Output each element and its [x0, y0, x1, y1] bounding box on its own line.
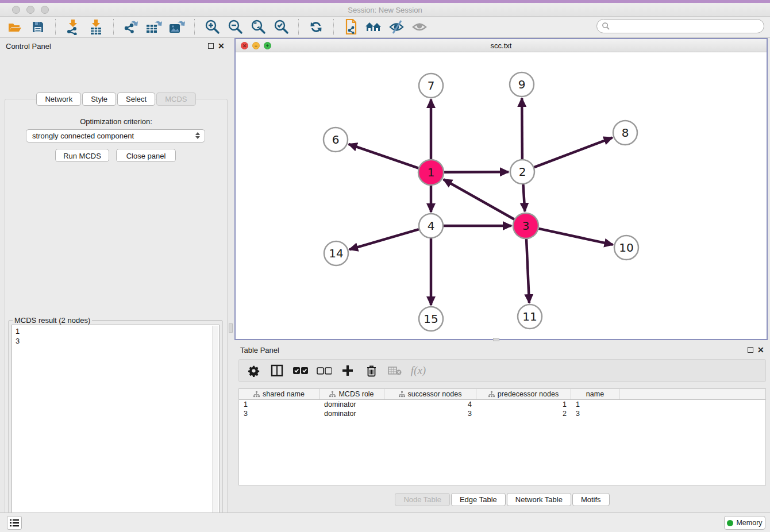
- memory-button[interactable]: Memory: [724, 516, 765, 530]
- graph-edge-1-2[interactable]: [444, 172, 509, 172]
- float-panel-icon[interactable]: [208, 43, 214, 49]
- eye-disabled-button[interactable]: [409, 18, 432, 36]
- duplicate-network-button[interactable]: [340, 18, 363, 36]
- duplicate-network-icon: [344, 18, 359, 36]
- add-column-button[interactable]: [340, 363, 355, 378]
- criterion-dropdown[interactable]: strongly connected component: [26, 129, 205, 142]
- network-title: scc.txt: [236, 41, 767, 50]
- import-table-button[interactable]: [84, 18, 107, 36]
- vertical-splitter-grip[interactable]: [229, 323, 233, 333]
- zoom-out-icon: [227, 19, 243, 35]
- task-history-button[interactable]: [7, 516, 22, 530]
- tab-style[interactable]: Style: [82, 92, 116, 106]
- graph-node-label-14: 14: [329, 246, 343, 260]
- tab-network-table[interactable]: Network Table: [507, 493, 571, 506]
- dropdown-stepper-icon: [195, 132, 200, 139]
- toolbar-separator: [194, 19, 195, 35]
- graph-node-label-9: 9: [518, 78, 526, 91]
- mcds-result-list[interactable]: 1 3: [11, 325, 220, 532]
- refresh-button[interactable]: [305, 18, 328, 36]
- hide-panels-button[interactable]: [386, 18, 409, 36]
- network-window-titlebar[interactable]: ✕ − + scc.txt: [236, 39, 767, 52]
- export-table-button[interactable]: [143, 18, 165, 36]
- cell-mcds-role[interactable]: dominator: [319, 400, 384, 409]
- run-mcds-button[interactable]: Run MCDS: [55, 149, 109, 162]
- memory-status-icon: [727, 520, 733, 526]
- column-header-predecessor-nodes[interactable]: predecessor nodes: [476, 389, 571, 399]
- graph-node-label-2: 2: [519, 165, 526, 179]
- eye-disabled-icon: [411, 20, 429, 34]
- zoom-selected-icon: [273, 19, 289, 35]
- graph-edge-2-8[interactable]: [534, 138, 613, 168]
- close-panel-icon[interactable]: ✕: [218, 41, 225, 51]
- network-view-window: ✕ − + scc.txt 7968124314101511: [234, 38, 768, 340]
- tab-mcds[interactable]: MCDS: [156, 92, 195, 106]
- tab-edge-table[interactable]: Edge Table: [451, 493, 506, 506]
- graph-node-label-7: 7: [428, 79, 435, 92]
- delete-column-button[interactable]: [364, 363, 379, 378]
- search-icon: [602, 22, 610, 30]
- hierarchy-icon: [488, 391, 495, 398]
- zoom-out-button[interactable]: [224, 18, 247, 36]
- table-row[interactable]: 3 dominator 3 2 3: [239, 409, 765, 418]
- graph-edge-3-11[interactable]: [526, 239, 529, 303]
- open-session-button[interactable]: [3, 18, 26, 36]
- zoom-fit-button[interactable]: [247, 18, 270, 36]
- control-panel-header: Control Panel ✕: [0, 38, 232, 54]
- graph-edge-2-3[interactable]: [523, 184, 525, 211]
- criterion-value: strongly connected component: [32, 132, 134, 140]
- select-all-button[interactable]: [293, 363, 308, 378]
- search-input[interactable]: [596, 19, 764, 33]
- zoom-selected-button[interactable]: [270, 18, 292, 36]
- graph-edge-3-1[interactable]: [444, 179, 514, 219]
- export-image-button[interactable]: [165, 18, 188, 36]
- close-panel-button[interactable]: Close panel: [116, 149, 176, 162]
- cell-shared-name[interactable]: 1: [239, 400, 319, 409]
- cell-predecessor-nodes[interactable]: 1: [476, 400, 571, 409]
- graph-edge-2-9[interactable]: [522, 98, 522, 159]
- table-panel-title: Table Panel: [240, 346, 279, 354]
- cell-name[interactable]: 1: [571, 400, 619, 409]
- save-session-button[interactable]: [26, 18, 49, 36]
- function-builder-button[interactable]: f(x): [411, 363, 426, 378]
- checked-boxes-icon: [293, 367, 308, 375]
- close-table-panel-icon[interactable]: ✕: [757, 345, 764, 354]
- home-layout-button[interactable]: [363, 18, 386, 36]
- toolbar-separator: [55, 19, 56, 35]
- graph-edge-3-10[interactable]: [538, 229, 613, 245]
- export-network-button[interactable]: [120, 18, 143, 36]
- column-header-name[interactable]: name: [571, 389, 619, 399]
- hierarchy-icon: [253, 391, 260, 398]
- tab-node-table[interactable]: Node Table: [395, 493, 450, 506]
- cell-predecessor-nodes[interactable]: 2: [476, 409, 571, 418]
- cell-successor-nodes[interactable]: 4: [384, 400, 476, 409]
- export-network-icon: [123, 19, 139, 35]
- delete-table-button[interactable]: [387, 363, 402, 378]
- table-settings-button[interactable]: [246, 363, 261, 378]
- graph-edge-4-14[interactable]: [349, 229, 419, 249]
- horizontal-splitter-grip[interactable]: [493, 338, 499, 341]
- cell-name[interactable]: 3: [571, 409, 619, 418]
- column-header-mcds-role[interactable]: MCDS role: [319, 389, 384, 399]
- list-icon: [10, 519, 19, 527]
- graph-node-label-11: 11: [522, 310, 537, 323]
- columns-icon: [271, 364, 283, 377]
- cell-mcds-role[interactable]: dominator: [319, 409, 384, 418]
- cell-shared-name[interactable]: 3: [239, 409, 319, 418]
- column-header-successor-nodes[interactable]: successor nodes: [384, 389, 476, 399]
- network-canvas[interactable]: 7968124314101511: [236, 52, 767, 339]
- result-scrollbar[interactable]: [212, 326, 218, 532]
- status-bar: Memory: [0, 512, 770, 532]
- tab-select[interactable]: Select: [117, 92, 155, 106]
- zoom-in-button[interactable]: [201, 18, 224, 36]
- import-network-button[interactable]: [61, 18, 84, 36]
- table-row[interactable]: 1 dominator 4 1 1: [239, 400, 765, 409]
- deselect-all-button[interactable]: [317, 363, 332, 378]
- cell-successor-nodes[interactable]: 3: [384, 409, 476, 418]
- tab-network[interactable]: Network: [36, 92, 81, 106]
- show-columns-button[interactable]: [270, 363, 284, 378]
- tab-motifs[interactable]: Motifs: [572, 493, 610, 506]
- graph-edge-1-6[interactable]: [349, 144, 419, 168]
- column-header-shared-name[interactable]: shared name: [239, 389, 319, 399]
- float-table-panel-icon[interactable]: [748, 347, 753, 353]
